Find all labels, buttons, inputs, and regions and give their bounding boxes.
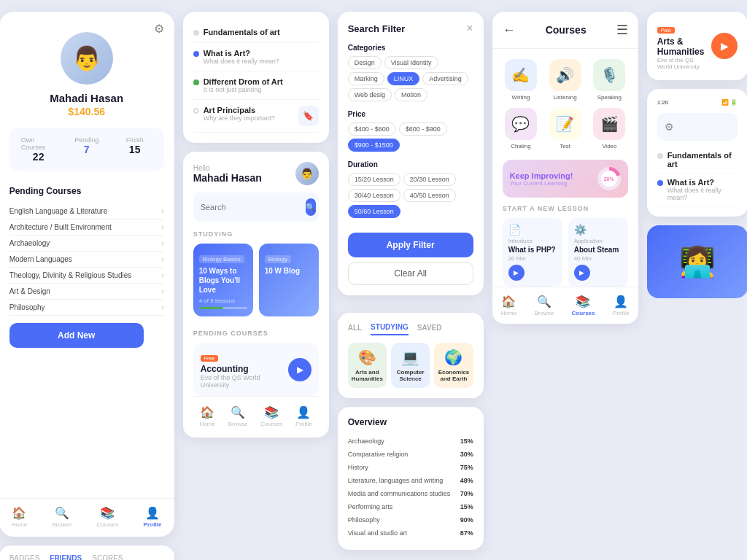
search-button[interactable]: 🔍 (306, 198, 316, 216)
browse-icon: 🔍 (537, 295, 551, 308)
tab-scores[interactable]: SCORES (92, 554, 123, 560)
filter-tag-active[interactable]: 50/60 Lesson (348, 205, 400, 218)
list-item[interactable]: Architecture / Built Environment › (9, 219, 164, 236)
start-button[interactable]: ▶ (508, 265, 525, 281)
filter-tag[interactable]: Motion (395, 88, 427, 101)
nav-browse[interactable]: 🔍 Browse (228, 405, 248, 427)
filter-tag[interactable]: $400 - $600 (348, 122, 396, 136)
filter-tag[interactable]: 40/50 Lesson (403, 189, 456, 202)
tab-badges[interactable]: BADGES (9, 554, 40, 560)
search-bar[interactable]: 🔍 (193, 192, 319, 222)
tab-studying[interactable]: STUDYING (371, 323, 409, 335)
list-item[interactable]: Different Drom of Art It is not just pai… (193, 71, 319, 100)
overview-title: Overview (348, 417, 473, 427)
filter-tag[interactable]: 30/40 Lesson (348, 189, 400, 202)
profile-icon: 👤 (296, 405, 311, 419)
list-item[interactable]: 🎬 Video (591, 108, 628, 149)
filter-tag[interactable]: $600 - $900 (399, 122, 447, 136)
list-item[interactable]: English Language & Literature › (9, 203, 164, 219)
play-button[interactable]: ▶ (288, 358, 311, 381)
list-item[interactable]: Theology, Divinity & Religious Studies › (9, 268, 164, 284)
profile-price: $140.56 (68, 106, 105, 117)
nav-courses[interactable]: 📚 Courses (571, 295, 595, 316)
nav-home[interactable]: 🏠 Home (12, 506, 27, 528)
list-item[interactable]: 🔊 Listening (546, 59, 584, 101)
apply-filter-button[interactable]: Apply Filter (348, 233, 473, 257)
search-filter-panel: Search Filter × Categories Design Visual… (338, 12, 484, 295)
list-item[interactable]: Modern Languages › (9, 252, 164, 268)
list-item[interactable]: Archaeology › (9, 236, 164, 252)
nav-courses[interactable]: 📚 Courses (260, 405, 282, 427)
new-lesson-title: START A NEW LESSON (503, 205, 628, 212)
nav-browse[interactable]: 🔍 Browse (534, 295, 554, 316)
list-item[interactable]: 📝 Test (546, 108, 584, 149)
tab-friends[interactable]: FRIENDS (50, 554, 82, 560)
list-item[interactable]: What is Art? What does it really mean? (193, 43, 319, 71)
nav-browse[interactable]: 🔍 Browse (52, 506, 71, 528)
study-card-1[interactable]: Biology Basics 10 Ways to Blogs You'll L… (193, 244, 253, 316)
filter-tag[interactable]: 15/20 Lesson (348, 173, 400, 186)
nav-home[interactable]: 🏠 Home (200, 405, 215, 427)
gear-icon[interactable]: ⚙ (154, 22, 164, 36)
list-item[interactable]: Fundamentals of art (193, 22, 319, 43)
category-tags: Design Visual Identity Marking LINUX Adv… (348, 56, 473, 101)
filter-tag[interactable]: Visual Identity (384, 56, 438, 69)
reading-illustration: 👩‍💻 (647, 225, 747, 298)
filter-header: Search Filter × (348, 22, 473, 35)
filter-tag[interactable]: Design (348, 56, 382, 69)
close-button[interactable]: × (466, 22, 473, 35)
progress-circle: 20% (597, 167, 621, 190)
study-card-2[interactable]: Biology 10 W Blog (259, 244, 319, 316)
subjects-panel: ALL STUDYING SAVED 🎨 Arts and Humanities… (338, 313, 484, 398)
list-item[interactable]: 🎨 Arts and Humanities (348, 343, 387, 388)
chevron-down-icon: › (161, 287, 163, 295)
paid-badge: Paid (657, 27, 675, 34)
back-button[interactable]: ← (503, 23, 516, 38)
bookmark-button[interactable]: 🔖 (298, 106, 319, 126)
list-item[interactable]: Art & Design › (9, 284, 164, 300)
nav-courses[interactable]: 📚 Courses (96, 506, 118, 528)
stat-own: Own Courses 22 (21, 136, 56, 163)
filter-tag[interactable]: Web desig (348, 88, 392, 101)
nav-profile[interactable]: 👤 Profile (144, 506, 162, 528)
play-button[interactable]: ▶ (711, 33, 738, 59)
lesson-card-php: 📄 Introduce What is PHP? 20 Min ▶ (503, 218, 562, 287)
nav-profile[interactable]: 👤 Profile (295, 405, 312, 427)
pending-courses-section: PENDING COURSES Free Accounting Eve of t… (193, 330, 319, 396)
status-dot (193, 79, 199, 85)
status-dot (193, 51, 199, 57)
list-item[interactable]: Philosophy › (9, 300, 164, 316)
list-item[interactable]: ✍️ Writing (503, 59, 540, 101)
clear-filter-button[interactable]: Clear All (348, 262, 473, 285)
list-item[interactable]: 💬 Chating (503, 108, 540, 149)
writing-icon: ✍️ (505, 59, 537, 91)
filter-tag-active[interactable]: LINUX (387, 72, 420, 85)
tab-all[interactable]: ALL (348, 323, 362, 335)
lesson-card-steam: ⚙️ Application About Steam 40 Min ▶ (568, 218, 628, 287)
browse-icon: 🔍 (55, 506, 69, 520)
subject-cards: 🎨 Arts and Humanities 💻 Computer Science… (348, 343, 473, 388)
list-item[interactable]: Fundamentals of art (657, 147, 738, 174)
filter-tag[interactable]: Marking (348, 72, 384, 85)
list-item[interactable]: 🎙️ Speaking (591, 59, 628, 101)
start-button[interactable]: ▶ (574, 265, 590, 281)
tab-saved[interactable]: SAVED (417, 323, 442, 335)
chevron-down-icon: › (161, 207, 163, 215)
list-item[interactable]: 🌍 Economics and Earth (434, 343, 473, 388)
test-icon: 📝 (549, 108, 581, 140)
filter-tag[interactable]: 20/30 Lesson (403, 173, 456, 186)
bottom-nav: 🏠 Home 🔍 Browse 📚 Courses 👤 Profile (492, 287, 638, 324)
list-item[interactable]: 💻 Computer Science (391, 343, 430, 388)
nav-profile[interactable]: 👤 Profile (613, 295, 630, 316)
pending-courses-section: Pending Courses English Language & Liter… (0, 176, 174, 358)
list-item[interactable]: What is Art? What does it really mean? (657, 174, 738, 206)
price-section: Price $400 - $600 $600 - $900 $900 - $15… (348, 110, 473, 152)
list-item[interactable]: Art Principals Why are they important? 🔖 (193, 100, 319, 133)
search-input[interactable] (201, 203, 301, 211)
filter-tag[interactable]: Advertising (422, 72, 468, 85)
nav-home[interactable]: 🏠 Home (501, 295, 516, 316)
add-course-button[interactable]: Add New (9, 323, 144, 348)
filter-tag-active[interactable]: $900 - $1500 (348, 139, 400, 152)
chevron-down-icon: › (161, 271, 163, 279)
menu-button[interactable]: ☰ (616, 22, 628, 38)
